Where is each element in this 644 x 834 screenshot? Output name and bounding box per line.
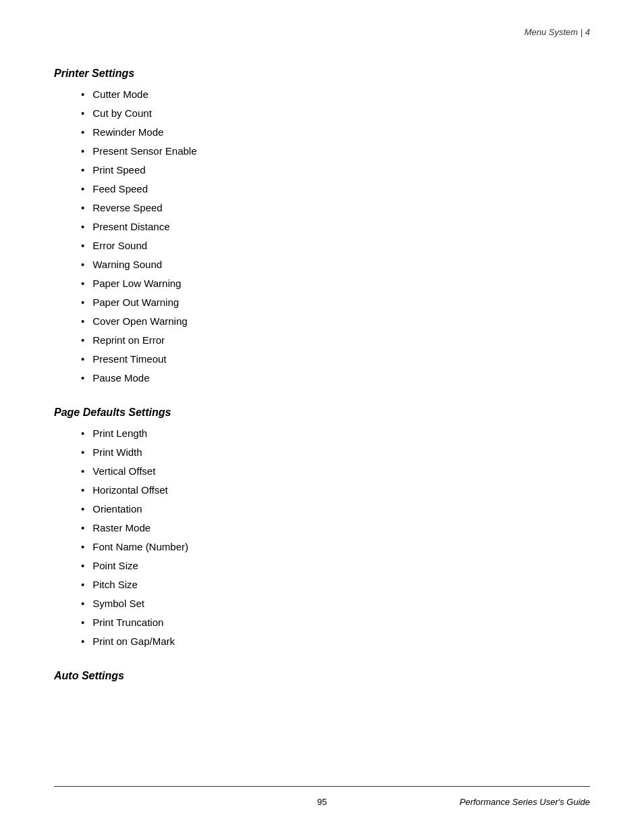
list-item: Error Sound <box>54 238 590 254</box>
list-item: Raster Mode <box>54 520 590 536</box>
list-item: Present Distance <box>54 219 590 235</box>
section-heading-auto-settings: Auto Settings <box>54 670 590 682</box>
list-item: Point Size <box>54 558 590 574</box>
section-heading-page-defaults-settings: Page Defaults Settings <box>54 407 590 419</box>
footer-page-number: 95 <box>233 797 412 807</box>
list-item: Pause Mode <box>54 370 590 386</box>
main-content: Printer SettingsCutter ModeCut by CountR… <box>54 68 590 682</box>
list-item: Present Sensor Enable <box>54 143 590 159</box>
list-item: Pitch Size <box>54 577 590 593</box>
list-item: Reprint on Error <box>54 332 590 348</box>
list-item: Symbol Set <box>54 596 590 612</box>
list-item: Cutter Mode <box>54 86 590 103</box>
list-item: Rewinder Mode <box>54 124 590 140</box>
list-item: Print Length <box>54 425 590 442</box>
list-item: Feed Speed <box>54 181 590 197</box>
list-item: Paper Out Warning <box>54 294 590 311</box>
footer-title: Performance Series User's Guide <box>411 797 590 807</box>
list-item: Print Width <box>54 444 590 461</box>
list-item: Print Truncation <box>54 615 590 631</box>
list-item: Print on Gap/Mark <box>54 633 590 650</box>
list-item: Print Speed <box>54 162 590 178</box>
list-item: Present Timeout <box>54 351 590 367</box>
list-item: Vertical Offset <box>54 463 590 479</box>
page-container: Menu System | 4 Printer SettingsCutter M… <box>0 0 644 834</box>
list-item: Reverse Speed <box>54 200 590 216</box>
list-item: Horizontal Offset <box>54 482 590 498</box>
footer-line <box>54 786 590 787</box>
list-item: Paper Low Warning <box>54 276 590 292</box>
list-item: Orientation <box>54 501 590 517</box>
bullet-list-printer-settings: Cutter ModeCut by CountRewinder ModePres… <box>54 86 590 386</box>
list-item: Cover Open Warning <box>54 313 590 330</box>
list-item: Cut by Count <box>54 105 590 122</box>
footer: 95 Performance Series User's Guide <box>54 797 590 807</box>
section-heading-printer-settings: Printer Settings <box>54 68 590 80</box>
bullet-list-page-defaults-settings: Print LengthPrint WidthVertical OffsetHo… <box>54 425 590 650</box>
header-text: Menu System | 4 <box>525 27 590 37</box>
list-item: Warning Sound <box>54 257 590 273</box>
list-item: Font Name (Number) <box>54 539 590 555</box>
